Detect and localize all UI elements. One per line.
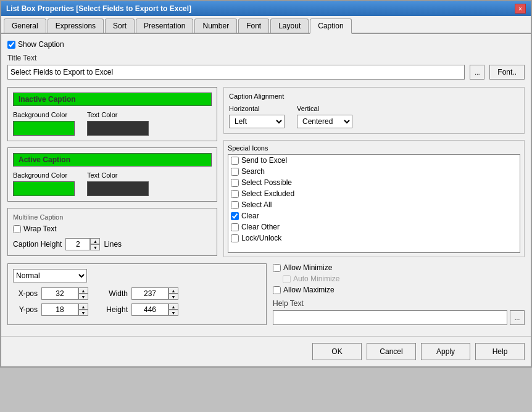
wrap-text-checkbox[interactable] (13, 225, 21, 233)
icon-item-select-all: Select All (228, 199, 520, 210)
height-input[interactable] (131, 303, 168, 316)
help-text-section: Help Text ... (273, 299, 525, 325)
allow-minimize-row: Allow Minimize (273, 263, 525, 272)
left-panel: Inactive Caption Background Color Text C… (7, 87, 217, 257)
title-text-row: ... Font.. (7, 65, 525, 80)
show-caption-checkbox[interactable] (7, 41, 15, 49)
active-text-swatch[interactable] (87, 181, 149, 196)
xpos-up[interactable]: ▲ (78, 287, 88, 294)
ypos-down[interactable]: ▼ (78, 310, 88, 316)
right-panel: Caption Alignment Horizontal Left Center… (223, 87, 525, 257)
tab-font[interactable]: Font (238, 19, 269, 33)
close-button[interactable]: × (515, 4, 526, 14)
caption-height-down[interactable]: ▼ (90, 244, 100, 250)
icon-item-send-to-excel: Send to Excel (228, 155, 520, 166)
width-up[interactable]: ▲ (168, 287, 178, 294)
icon-item-clear: Clear (228, 210, 520, 221)
icon-checkbox-clear-other[interactable] (231, 223, 239, 231)
wrap-text-label: Wrap Text (23, 225, 57, 233)
icon-checkbox-search[interactable] (231, 168, 239, 176)
height-down[interactable]: ▼ (168, 310, 178, 316)
icon-checkbox-select-all[interactable] (231, 201, 239, 209)
tab-general[interactable]: General (4, 19, 46, 33)
icon-checkbox-select-excluded[interactable] (231, 190, 239, 198)
inactive-caption-header: Inactive Caption (13, 93, 212, 106)
special-icons-title: Special Icons (228, 144, 520, 152)
tab-caption[interactable]: Caption (310, 19, 351, 34)
tab-number[interactable]: Number (194, 19, 237, 33)
inactive-bg-group: Background Color (13, 111, 75, 136)
height-up[interactable]: ▲ (168, 303, 178, 310)
caption-height-input[interactable] (65, 238, 90, 250)
width-down[interactable]: ▼ (168, 294, 178, 300)
allow-minimize-checkbox[interactable] (273, 264, 281, 272)
vertical-select[interactable]: Top Centered Bottom (297, 115, 352, 128)
pos-left-col: X-pos ▲ ▼ Y-pos (13, 287, 88, 316)
window-title: List Box Properties [Select Fields to Ex… (6, 4, 191, 13)
allow-maximize-checkbox[interactable] (273, 286, 281, 294)
help-text-input[interactable] (273, 310, 507, 325)
active-bg-swatch[interactable] (13, 181, 75, 196)
horizontal-select[interactable]: Left Center Right (229, 115, 285, 128)
width-spinner: ▲ ▼ (131, 287, 178, 300)
ypos-spinner: ▲ ▼ (41, 303, 88, 316)
active-bg-label: Background Color (13, 171, 75, 179)
horizontal-label: Horizontal (229, 105, 285, 112)
help-ellipsis-button[interactable]: ... (510, 310, 525, 325)
icon-item-clear-other: Clear Other (228, 221, 520, 233)
ypos-input[interactable] (41, 303, 78, 316)
icon-item-select-excluded: Select Excluded (228, 188, 520, 199)
icon-label-select-possible: Select Possible (241, 178, 292, 187)
icon-label-search: Search (241, 167, 265, 176)
icons-list: Send to Excel Search Select Possible (228, 154, 520, 253)
inactive-text-swatch[interactable] (87, 121, 149, 136)
ypos-label: Y-pos (13, 305, 38, 314)
tab-sort[interactable]: Sort (105, 19, 135, 33)
width-input[interactable] (131, 287, 168, 300)
position-box: Normal Minimized Maximized X-pos ▲ (7, 263, 267, 325)
xpos-input[interactable] (41, 287, 78, 300)
horizontal-group: Horizontal Left Center Right (229, 105, 285, 128)
xpos-label: X-pos (13, 289, 38, 298)
inactive-bg-label: Background Color (13, 111, 75, 118)
tab-bar: General Expressions Sort Presentation Nu… (1, 16, 531, 34)
inactive-bg-swatch[interactable] (13, 121, 75, 136)
title-ellipsis-button[interactable]: ... (470, 65, 484, 80)
xpos-row: X-pos ▲ ▼ (13, 287, 88, 300)
font-button[interactable]: Font.. (489, 65, 525, 80)
ypos-up[interactable]: ▲ (78, 303, 88, 310)
title-bar: List Box Properties [Select Fields to Ex… (1, 1, 531, 16)
height-label: Height (101, 305, 128, 314)
ypos-row: Y-pos ▲ ▼ (13, 303, 88, 316)
auto-minimize-label: Auto Minimize (293, 274, 339, 283)
icon-checkbox-select-possible[interactable] (231, 179, 239, 187)
active-caption-box: Active Caption Background Color Text Col… (7, 147, 217, 202)
ok-button[interactable]: OK (312, 343, 362, 360)
position-mode-select[interactable]: Normal Minimized Maximized (13, 269, 87, 282)
width-row: Width ▲ ▼ (101, 287, 178, 300)
xpos-down[interactable]: ▼ (78, 294, 88, 300)
caption-height-up[interactable]: ▲ (90, 238, 100, 244)
icon-checkbox-lock-unlock[interactable] (231, 234, 239, 242)
alignment-title: Caption Alignment (229, 93, 519, 100)
icon-checkbox-clear[interactable] (231, 212, 239, 220)
tab-layout[interactable]: Layout (270, 19, 309, 33)
active-color-row: Background Color Text Color (13, 171, 212, 196)
title-text-input[interactable] (7, 65, 465, 80)
show-caption-row: Show Caption (7, 40, 525, 49)
show-caption-label[interactable]: Show Caption (7, 40, 525, 49)
tab-presentation[interactable]: Presentation (136, 19, 193, 33)
position-header: Normal Minimized Maximized (13, 269, 261, 282)
icon-label-send-to-excel: Send to Excel (241, 156, 287, 165)
caption-height-label: Caption Height (13, 240, 62, 249)
icon-item-search: Search (228, 166, 520, 177)
multiline-title: Multiline Caption (13, 213, 212, 221)
apply-button[interactable]: Apply (421, 343, 470, 360)
title-text-label: Title Text (7, 54, 525, 62)
footer: OK Cancel Apply Help (1, 336, 531, 366)
cancel-button[interactable]: Cancel (367, 343, 416, 360)
help-button[interactable]: Help (475, 343, 525, 360)
icon-checkbox-send-to-excel[interactable] (231, 157, 239, 165)
height-row: Height ▲ ▼ (101, 303, 178, 316)
tab-expressions[interactable]: Expressions (48, 19, 104, 33)
